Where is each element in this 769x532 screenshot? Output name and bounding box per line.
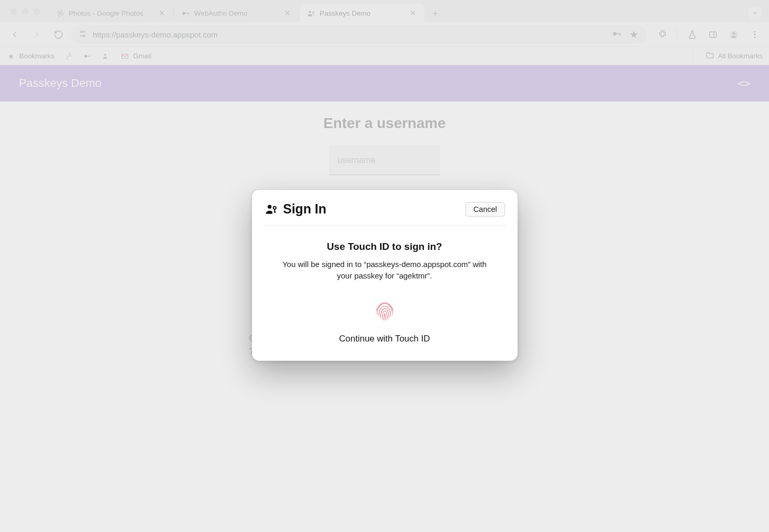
- signin-dialog: Sign In Cancel Use Touch ID to sign in? …: [252, 190, 518, 361]
- passkey-icon: [264, 202, 278, 216]
- modal-overlay: Sign In Cancel Use Touch ID to sign in? …: [0, 0, 769, 532]
- cancel-button[interactable]: Cancel: [465, 202, 505, 217]
- dialog-header: Sign In Cancel: [264, 201, 505, 225]
- dialog-question: Use Touch ID to sign in?: [264, 241, 505, 252]
- continue-label: Continue with Touch ID: [264, 334, 505, 344]
- fingerprint-icon[interactable]: [371, 297, 398, 324]
- svg-point-25: [273, 206, 275, 209]
- svg-rect-27: [274, 211, 275, 212]
- svg-point-24: [268, 205, 271, 208]
- dialog-body: Use Touch ID to sign in? You will be sig…: [264, 225, 505, 344]
- dialog-description: You will be signed in to “passkeys-demo.…: [281, 259, 489, 282]
- dialog-title: Sign In: [283, 201, 326, 217]
